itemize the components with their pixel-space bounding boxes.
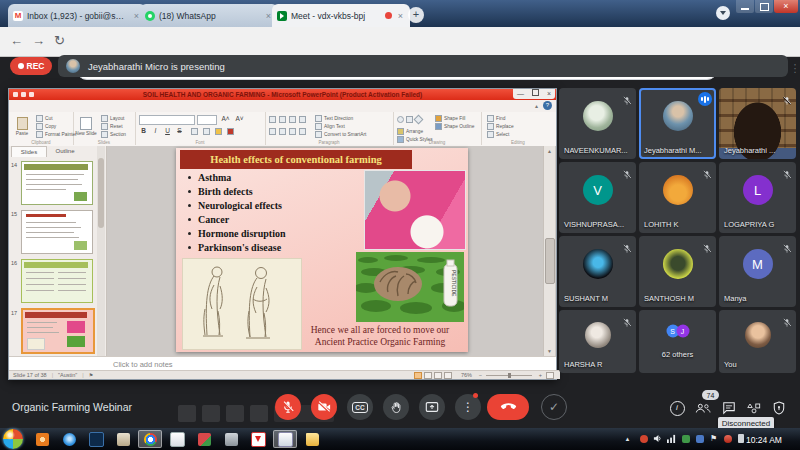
scroll-up-icon[interactable]: ▲ xyxy=(544,148,555,154)
shape-diamond-icon[interactable] xyxy=(414,115,424,125)
find-button[interactable]: Find xyxy=(487,115,505,122)
participant-tile-speaking[interactable]: Jeyabharathi M... xyxy=(639,88,716,159)
section-button[interactable]: Section xyxy=(101,131,126,138)
participant-tile-video[interactable]: Jeyabharathi ... xyxy=(719,88,796,159)
align-center-button[interactable] xyxy=(279,128,286,135)
tab-close-icon[interactable]: × xyxy=(396,11,405,21)
notes-pane[interactable]: Click to add notes xyxy=(9,356,556,371)
scroll-down-icon[interactable]: ▼ xyxy=(544,348,555,354)
redo-icon[interactable] xyxy=(29,92,34,97)
self-tile[interactable]: You xyxy=(719,310,796,373)
slide-canvas[interactable]: Health effects of conventional farming A… xyxy=(176,148,468,352)
shape-fill-button[interactable]: Shape Fill xyxy=(435,115,465,122)
select-button[interactable]: Select xyxy=(487,131,509,138)
layout-button[interactable]: Layout xyxy=(101,115,124,122)
start-button[interactable] xyxy=(3,429,23,449)
slide-thumbnail-16[interactable] xyxy=(21,259,93,303)
font-size-box[interactable] xyxy=(197,115,217,125)
taskbar-app-internet-explorer[interactable] xyxy=(57,430,81,448)
text-highlight-button[interactable] xyxy=(215,128,222,135)
slide-thumbnail-17-selected[interactable] xyxy=(21,308,95,354)
fit-to-window-button[interactable] xyxy=(546,372,554,379)
tray-app-icon[interactable] xyxy=(638,433,649,444)
save-icon[interactable] xyxy=(13,92,18,97)
format-painter-button[interactable]: Format Painter xyxy=(36,131,77,138)
justify-button[interactable] xyxy=(299,128,306,135)
ppt-close-icon[interactable]: × xyxy=(547,89,551,99)
host-controls-button[interactable] xyxy=(770,399,788,417)
taskbar-app-acrobat[interactable] xyxy=(246,430,270,448)
panel-scrollbar[interactable] xyxy=(97,146,105,356)
powerpoint-window-controls[interactable]: — × xyxy=(513,89,555,99)
participant-tile[interactable]: LOHITH K xyxy=(639,162,716,233)
zoom-in-icon[interactable]: + xyxy=(539,372,542,378)
arrange-button[interactable]: Arrange xyxy=(397,128,423,135)
ppt-maximize-icon[interactable] xyxy=(532,89,539,99)
italic-button[interactable]: I xyxy=(151,127,160,134)
check-circle-button[interactable]: ✓ xyxy=(541,394,567,420)
shape-outline-button[interactable]: Shape Outline xyxy=(435,123,474,130)
participant-tile[interactable]: SUSHANT M xyxy=(559,236,636,307)
slide-sorter-button[interactable] xyxy=(424,372,432,379)
participant-tile[interactable]: M Manya xyxy=(719,236,796,307)
camera-off-button[interactable] xyxy=(311,394,337,420)
reset-button[interactable]: Reset xyxy=(101,123,123,130)
zoom-out-icon[interactable]: − xyxy=(479,372,482,378)
overflow-participants-tile[interactable]: S J 62 others xyxy=(639,310,716,373)
bold-button[interactable]: B xyxy=(139,127,148,134)
activities-button[interactable] xyxy=(745,399,763,417)
bullets-button[interactable] xyxy=(269,116,276,123)
taskbar-app-document[interactable] xyxy=(165,430,189,448)
present-screen-button[interactable] xyxy=(419,394,445,420)
paste-button[interactable]: Paste xyxy=(11,114,33,138)
tray-update-icon[interactable] xyxy=(694,433,705,444)
mute-mic-button[interactable] xyxy=(275,394,301,420)
reload-icon[interactable]: ↻ xyxy=(54,33,65,48)
participant-tile[interactable]: L LOGAPRIYA G xyxy=(719,162,796,233)
numbering-button[interactable] xyxy=(279,116,286,123)
taskbar-app-photoshop[interactable] xyxy=(84,430,108,448)
taskbar-app-mail[interactable] xyxy=(111,430,135,448)
taskbar-app-snipping-tool[interactable] xyxy=(273,430,297,448)
shape-oval-icon[interactable] xyxy=(397,116,404,123)
shrink-font-button[interactable]: A˅ xyxy=(235,115,244,122)
taskbar-app-chrome-active[interactable] xyxy=(138,430,162,448)
text-shadow-button[interactable] xyxy=(191,128,198,135)
participant-tile[interactable]: HARSHA R xyxy=(559,310,636,373)
captions-button[interactable]: CC xyxy=(347,394,373,420)
window-maximize-button[interactable] xyxy=(755,0,773,13)
cut-button[interactable]: Cut xyxy=(36,115,52,122)
help-icon[interactable]: ? xyxy=(543,101,552,110)
slide-scrollbar[interactable]: ▲ ▼ xyxy=(543,146,555,356)
ppt-minimize-icon[interactable]: — xyxy=(517,89,524,99)
slide-thumbnail-15[interactable] xyxy=(21,210,93,254)
reading-view-button[interactable] xyxy=(434,372,442,379)
window-close-button[interactable]: × xyxy=(774,0,798,13)
browser-menu-icon[interactable]: ⋮ xyxy=(787,60,800,76)
tab-whatsapp[interactable]: (18) WhatsApp × xyxy=(140,4,278,27)
strikethrough-button[interactable]: S xyxy=(175,127,184,134)
new-slide-button[interactable]: New Slide xyxy=(75,114,97,138)
taskbar-clock[interactable]: 10:24 AM xyxy=(746,435,796,445)
action-center-flag-icon[interactable]: ⚑ xyxy=(708,433,719,444)
more-options-button[interactable]: ⋮ xyxy=(455,394,481,420)
participant-tile[interactable]: NAVEENKUMAR... xyxy=(559,88,636,159)
character-spacing-button[interactable] xyxy=(203,128,210,135)
decrease-indent-button[interactable] xyxy=(289,116,296,123)
taskbar-app-media[interactable] xyxy=(30,430,54,448)
powerpoint-titlebar[interactable]: SOIL HEALTH AND ORGANIC FARMING - Micros… xyxy=(9,89,556,100)
taskbar-app-misc-gray[interactable] xyxy=(219,430,243,448)
ribbon-collapse-icon[interactable]: ▴ xyxy=(535,102,538,109)
forward-icon[interactable]: → xyxy=(32,33,45,48)
tab-meet-active[interactable]: Meet - vdx-vkbs-bpj × xyxy=(272,4,410,27)
show-hidden-icons-button[interactable]: ▲ xyxy=(622,433,633,444)
taskbar-app-explorer[interactable] xyxy=(300,430,324,448)
align-left-button[interactable] xyxy=(269,128,276,135)
new-tab-button[interactable]: + xyxy=(408,7,424,23)
tray-alert-icon[interactable] xyxy=(722,433,733,444)
meeting-details-button[interactable]: i xyxy=(668,399,686,417)
usb-device-icon[interactable] xyxy=(735,433,746,444)
window-minimize-button[interactable] xyxy=(736,0,754,13)
align-text-button[interactable]: Align Text xyxy=(315,123,345,130)
normal-view-button[interactable] xyxy=(414,372,422,379)
